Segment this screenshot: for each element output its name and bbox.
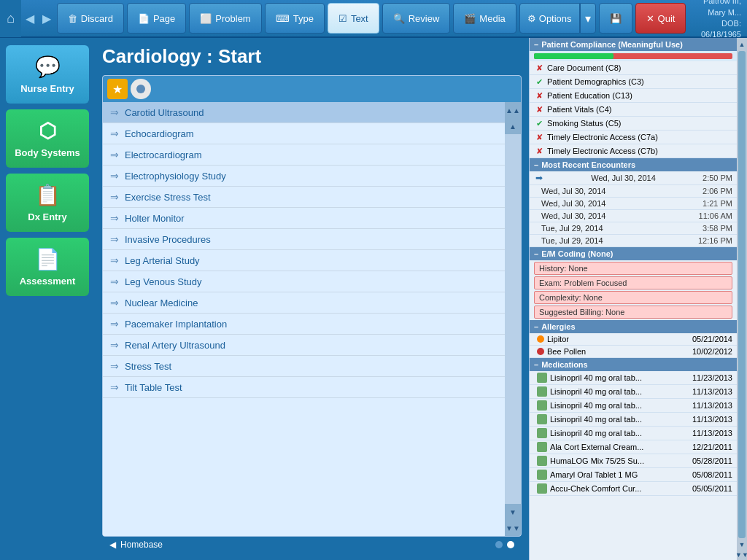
procedure-label: Echocardiogram (125, 128, 194, 139)
procedure-item[interactable]: ⇒Nuclear Medicine (103, 292, 505, 314)
collapse-compliance-icon[interactable]: – (534, 40, 538, 49)
procedure-item[interactable]: ⇒Holter Monitor (103, 208, 505, 229)
scroll-top-button[interactable]: ▲▲ (505, 102, 521, 118)
allergy-item: Lipitor05/21/2014 (530, 333, 737, 346)
quit-button[interactable]: ✕ Quit (635, 3, 686, 34)
scroll-down-button[interactable]: ▼ (505, 504, 521, 520)
scroll-controls: ▲▲ ▲ ▼ ▼▼ (505, 102, 521, 536)
encounter-items-list: ➡Wed, Jul 30, 20142:50 PMWed, Jul 30, 20… (530, 171, 737, 247)
encounter-item[interactable]: Wed, Jul 30, 20141:21 PM (530, 198, 737, 210)
dx-entry-icon: 📋 (35, 183, 61, 207)
compliance-header: – Patient Compliance (Meaningful Use) (530, 38, 737, 51)
collapse-em-icon[interactable]: – (534, 249, 538, 258)
procedure-arrow-icon: ⇒ (110, 233, 119, 245)
save-icon-btn[interactable]: 💾 (599, 3, 632, 34)
scroll-bottom-button[interactable]: ▼▼ (505, 520, 521, 536)
procedure-label: Nuclear Medicine (125, 298, 198, 308)
compliance-item-label: Smoking Status (C5) (547, 119, 621, 128)
procedure-label: Holter Monitor (125, 213, 185, 224)
scroll-up-button[interactable]: ▲ (505, 118, 521, 134)
sidebar-item-dx-entry[interactable]: 📋 Dx Entry (6, 174, 89, 232)
encounter-time: 2:50 PM (703, 174, 732, 182)
medication-item: Lisinopril 40 mg oral tab...11/23/2013 (530, 371, 737, 385)
medication-name: Accu-Chek Comfort Cur... (550, 484, 641, 493)
medication-icon (537, 386, 547, 397)
compliance-item: ✘Care Document (C8) (530, 61, 737, 75)
procedure-item[interactable]: ⇒Tilt Table Test (103, 377, 505, 398)
encounter-item[interactable]: Wed, Jul 30, 201411:06 AM (530, 210, 737, 222)
bottom-bar: ◀ Homebase (102, 537, 522, 553)
allergy-dot (537, 348, 544, 355)
procedure-item[interactable]: ⇒Leg Venous Study (103, 271, 505, 292)
right-scroll-down-button[interactable]: ▼ (738, 540, 747, 550)
type-button[interactable]: ⌨ Type (265, 3, 325, 34)
medication-name: Lisinopril 40 mg oral tab... (550, 401, 642, 410)
chevron-right-icon: ▶ (42, 12, 51, 26)
collapse-medications-icon[interactable]: – (534, 360, 538, 369)
homebase-button[interactable]: ◀ Homebase (109, 540, 163, 550)
procedure-item[interactable]: ⇒Stress Test (103, 356, 505, 377)
circle-button[interactable] (131, 79, 151, 99)
procedure-item[interactable]: ⇒Exercise Stress Test (103, 187, 505, 208)
encounter-item[interactable]: Tue, Jul 29, 201412:16 PM (530, 235, 737, 247)
procedure-item[interactable]: ⇒Pacemaker Implantation (103, 314, 505, 335)
compliance-item: ✘Timely Electronic Access (C7a) (530, 131, 737, 144)
nav-back-button[interactable]: ◀ (21, 0, 38, 37)
compliance-item-label: Care Document (C8) (547, 63, 621, 72)
encounter-item[interactable]: ➡Wed, Jul 30, 20142:50 PM (530, 171, 737, 185)
encounter-item[interactable]: Wed, Jul 30, 20142:06 PM (530, 185, 737, 198)
procedure-item[interactable]: ⇒Electrocardiogram (103, 144, 505, 166)
encounters-title: Most Recent Encounters (541, 160, 635, 169)
encounter-date: Wed, Jul 30, 2014 (541, 211, 605, 220)
collapse-encounters-icon[interactable]: – (534, 160, 538, 169)
x-icon: ✘ (534, 90, 544, 101)
medication-icon (537, 400, 547, 411)
medication-name: Lisinopril 40 mg oral tab... (550, 429, 642, 438)
medication-date: 05/28/2011 (692, 456, 732, 465)
options-dropdown-button[interactable]: ▾ (580, 3, 596, 34)
sidebar-item-nurse-entry[interactable]: 💬 Nurse Entry (6, 45, 89, 104)
em-coding-item: History: None (534, 262, 732, 275)
media-button[interactable]: 🎬 Media (453, 3, 516, 34)
homebase-left-arrow-icon: ◀ (109, 540, 116, 550)
procedure-item[interactable]: ⇒Invasive Procedures (103, 229, 505, 250)
collapse-allergies-icon[interactable]: – (534, 322, 538, 331)
sidebar-item-body-systems[interactable]: ⬡ Body Systems (6, 109, 89, 168)
sidebar-item-assessment[interactable]: 📄 Assessment (6, 238, 89, 296)
medication-item: Lisinopril 40 mg oral tab...11/13/2013 (530, 385, 737, 399)
compliance-items-list: ✘Care Document (C8)✔Patient Demographics… (530, 61, 737, 158)
procedure-item[interactable]: ⇒Leg Arterial Study (103, 250, 505, 271)
procedure-item[interactable]: ⇒Carotid Ultrasound (103, 102, 505, 123)
main-content: 💬 Nurse Entry ⬡ Body Systems 📋 Dx Entry … (0, 38, 747, 560)
procedure-label: Electrophysiology Study (125, 171, 226, 182)
x-icon: ✘ (534, 146, 544, 156)
medication-name: Lisinopril 40 mg oral tab... (550, 373, 642, 382)
medication-date: 05/08/2011 (692, 470, 732, 479)
encounter-date: Tue, Jul 29, 2014 (541, 224, 603, 233)
right-scroll-up-button[interactable]: ▲ (738, 39, 747, 50)
procedure-item[interactable]: ⇒Electrophysiology Study (103, 166, 505, 187)
nav-forward-button[interactable]: ▶ (39, 0, 55, 37)
discard-button[interactable]: 🗑 Discard (57, 3, 124, 34)
right-scroll-bottom-button[interactable]: ▼▼ (734, 550, 747, 560)
procedure-item[interactable]: ⇒Renal Artery Ultrasound (103, 335, 505, 356)
procedure-item[interactable]: ⇒Echocardiogram (103, 123, 505, 144)
compliance-item: ✔Smoking Status (C5) (530, 117, 737, 131)
left-sidebar: 💬 Nurse Entry ⬡ Body Systems 📋 Dx Entry … (0, 38, 95, 560)
encounter-item[interactable]: Tue, Jul 29, 20143:58 PM (530, 222, 737, 235)
compliance-item: ✘Patient Education (C13) (530, 89, 737, 103)
review-button[interactable]: 🔍 Review (382, 3, 451, 34)
compliance-item-label: Patient Demographics (C3) (547, 77, 644, 86)
procedure-arrow-icon: ⇒ (110, 212, 119, 224)
medication-date: 11/13/2013 (692, 415, 732, 424)
page-button[interactable]: 📄 Page (127, 3, 186, 34)
text-button[interactable]: ☑ Text (328, 3, 379, 34)
page-dot-1[interactable] (495, 541, 503, 548)
em-header: – E/M Coding (None) (530, 247, 737, 260)
home-button[interactable]: ⌂ (0, 0, 21, 37)
page-dot-2[interactable] (507, 541, 514, 548)
problem-button[interactable]: ⬜ Problem (189, 3, 261, 34)
med-items-list: Lisinopril 40 mg oral tab...11/23/2013Li… (530, 371, 737, 496)
favorite-button[interactable]: ★ (107, 79, 128, 99)
options-button[interactable]: ⚙ Options (519, 3, 580, 34)
